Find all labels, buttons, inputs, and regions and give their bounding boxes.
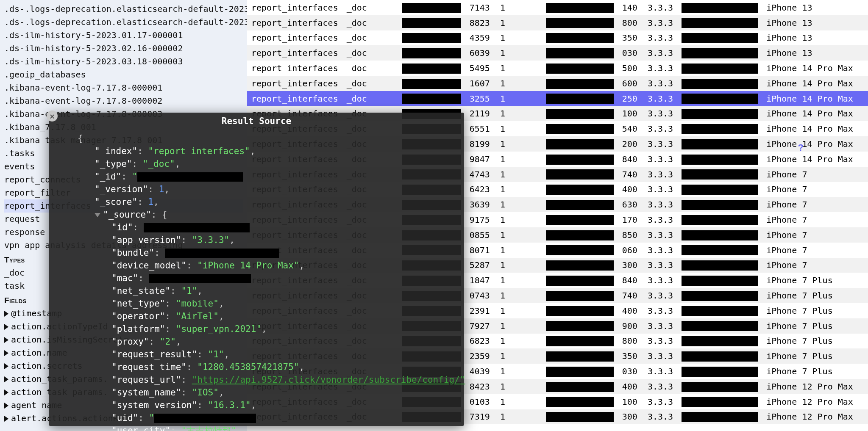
result-source-popup: ✕ Result Source { "_index": "report_inte… — [49, 113, 464, 426]
table-row[interactable]: report_interfaces_doc6039 1030 3.3.3iPho… — [247, 45, 868, 61]
caret-right-icon — [4, 390, 8, 395]
caret-right-icon — [4, 350, 8, 356]
caret-right-icon — [4, 311, 8, 317]
sidebar-index-item[interactable]: .geoip_databases — [4, 68, 243, 81]
sidebar-index-item[interactable]: .ds-ilm-history-5-2023.02.16-000002 — [4, 42, 243, 55]
sidebar-index-item[interactable]: .ds-ilm-history-5-2023.03.18-000003 — [4, 55, 243, 68]
caret-right-icon — [4, 376, 8, 382]
table-row[interactable]: report_interfaces_doc1607 1600 3.3.3iPho… — [247, 76, 868, 91]
sidebar-index-item[interactable]: .ds-.logs-deprecation.elasticsearch-defa… — [4, 3, 243, 16]
caret-right-icon — [4, 324, 8, 330]
help-icon[interactable]: ? — [798, 142, 804, 153]
sidebar-index-item[interactable]: .kibana-event-log-7.17.8-000002 — [4, 94, 243, 108]
table-row[interactable]: report_interfaces_doc8823 1800 3.3.3iPho… — [247, 15, 868, 30]
results-panel: report_interfaces_doc7143 1140 3.3.3iPho… — [247, 0, 868, 431]
table-row[interactable]: report_interfaces_doc4359 1350 3.3.3iPho… — [247, 30, 868, 46]
sidebar-index-item[interactable]: .ds-.logs-deprecation.elasticsearch-defa… — [4, 16, 243, 29]
caret-right-icon — [4, 416, 8, 422]
caret-right-icon — [4, 403, 8, 409]
popup-title: Result Source — [49, 113, 464, 132]
table-row[interactable]: report_interfaces_doc3255 1250 3.3.3iPho… — [247, 91, 868, 106]
sidebar-index-item[interactable]: .kibana-event-log-7.17.8-000001 — [4, 81, 243, 94]
table-row[interactable]: report_interfaces_doc5495 1500 3.3.3iPho… — [247, 61, 868, 76]
caret-right-icon — [4, 337, 8, 343]
json-viewer: { "_index": "report_interfaces", "_type"… — [49, 132, 464, 431]
chevron-down-icon[interactable] — [95, 213, 100, 217]
sidebar-index-item[interactable]: .ds-ilm-history-5-2023.01.17-000001 — [4, 29, 243, 42]
caret-right-icon — [4, 363, 8, 369]
table-row[interactable]: report_interfaces_doc7143 1140 3.3.3iPho… — [247, 0, 868, 15]
close-icon[interactable]: ✕ — [47, 111, 58, 122]
